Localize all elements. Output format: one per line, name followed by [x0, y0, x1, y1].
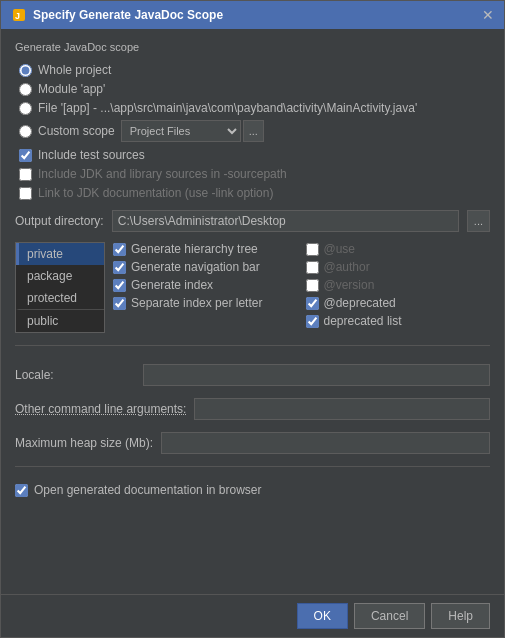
- svg-text:J: J: [15, 11, 20, 21]
- section-label: Generate JavaDoc scope: [15, 41, 490, 53]
- opt-version-checkbox[interactable]: [306, 279, 319, 292]
- title-bar: J Specify Generate JavaDoc Scope ✕: [1, 1, 504, 29]
- locale-label: Locale:: [15, 368, 135, 382]
- cmd-args-label: Other command line arguments:: [15, 402, 186, 416]
- opt-index-checkbox[interactable]: [113, 279, 126, 292]
- opt-author-row: @author: [306, 260, 491, 274]
- opt-use-label[interactable]: @use: [324, 242, 356, 256]
- link-jdk-checkbox[interactable]: [19, 187, 32, 200]
- opt-hierarchy-label[interactable]: Generate hierarchy tree: [131, 242, 258, 256]
- dialog-window: J Specify Generate JavaDoc Scope ✕ Gener…: [0, 0, 505, 638]
- dialog-content: Generate JavaDoc scope Whole project Mod…: [1, 29, 504, 594]
- scope-select[interactable]: Project Files Project Production Files P…: [121, 120, 241, 142]
- link-jdk-label[interactable]: Link to JDK documentation (use -link opt…: [38, 186, 273, 200]
- javadoc-icon: J: [11, 7, 27, 23]
- include-test-row: Include test sources: [19, 148, 490, 162]
- middle-section: private package protected public Generat…: [15, 242, 490, 333]
- locale-input[interactable]: [143, 364, 490, 386]
- link-jdk-row: Link to JDK documentation (use -link opt…: [19, 186, 490, 200]
- output-dir-row: Output directory: ...: [15, 210, 490, 232]
- dialog-title: Specify Generate JavaDoc Scope: [33, 8, 223, 22]
- radio-custom[interactable]: [19, 125, 32, 138]
- opt-author-checkbox[interactable]: [306, 261, 319, 274]
- open-browser-row: Open generated documentation in browser: [15, 483, 490, 497]
- cmd-args-input[interactable]: [194, 398, 490, 420]
- output-dir-browse-button[interactable]: ...: [467, 210, 490, 232]
- scope-item-protected[interactable]: protected: [16, 287, 104, 309]
- opt-sepindex-checkbox[interactable]: [113, 297, 126, 310]
- options-col-right: @use @author @version @deprecated: [306, 242, 491, 333]
- opt-index-row: Generate index: [113, 278, 298, 292]
- opt-hierarchy-checkbox[interactable]: [113, 243, 126, 256]
- locale-row: Locale:: [15, 364, 490, 386]
- open-browser-checkbox[interactable]: [15, 484, 28, 497]
- opt-navbar-row: Generate navigation bar: [113, 260, 298, 274]
- include-jdk-row: Include JDK and library sources in -sour…: [19, 167, 490, 181]
- opt-deplist-row: deprecated list: [306, 314, 491, 328]
- include-jdk-label[interactable]: Include JDK and library sources in -sour…: [38, 167, 287, 181]
- opt-use-checkbox[interactable]: [306, 243, 319, 256]
- radio-custom-row: Custom scope Project Files Project Produ…: [19, 120, 490, 142]
- cancel-button[interactable]: Cancel: [354, 603, 425, 629]
- radio-file-row: File '[app] - ...\app\src\main\java\com\…: [19, 101, 490, 115]
- scope-item-public[interactable]: public: [16, 309, 104, 332]
- opt-version-label[interactable]: @version: [324, 278, 375, 292]
- opt-deprecated-checkbox[interactable]: [306, 297, 319, 310]
- opt-navbar-label[interactable]: Generate navigation bar: [131, 260, 260, 274]
- cmd-args-row: Other command line arguments:: [15, 398, 490, 420]
- opt-author-label[interactable]: @author: [324, 260, 370, 274]
- ok-button[interactable]: OK: [297, 603, 348, 629]
- radio-whole-project-label[interactable]: Whole project: [38, 63, 111, 77]
- opt-deplist-checkbox[interactable]: [306, 315, 319, 328]
- radio-module-row: Module 'app': [19, 82, 490, 96]
- button-bar: OK Cancel Help: [1, 594, 504, 637]
- opt-navbar-checkbox[interactable]: [113, 261, 126, 274]
- scope-browse-button[interactable]: ...: [243, 120, 264, 142]
- scope-list: private package protected public: [15, 242, 105, 333]
- help-button[interactable]: Help: [431, 603, 490, 629]
- radio-module-label[interactable]: Module 'app': [38, 82, 105, 96]
- source-checkbox-group: Include test sources Include JDK and lib…: [19, 148, 490, 200]
- scope-item-private[interactable]: private: [16, 243, 104, 265]
- opt-sepindex-label[interactable]: Separate index per letter: [131, 296, 262, 310]
- opt-deplist-label[interactable]: deprecated list: [324, 314, 402, 328]
- radio-whole-project-row: Whole project: [19, 63, 490, 77]
- scope-select-wrap: Project Files Project Production Files P…: [121, 120, 264, 142]
- opt-version-row: @version: [306, 278, 491, 292]
- divider-1: [15, 345, 490, 346]
- radio-file-label[interactable]: File '[app] - ...\app\src\main\java\com\…: [38, 101, 417, 115]
- scope-item-package[interactable]: package: [16, 265, 104, 287]
- opt-deprecated-label[interactable]: @deprecated: [324, 296, 396, 310]
- close-button[interactable]: ✕: [482, 8, 494, 22]
- include-jdk-checkbox[interactable]: [19, 168, 32, 181]
- scope-radio-group: Whole project Module 'app' File '[app] -…: [19, 63, 490, 142]
- heap-size-input[interactable]: [161, 432, 490, 454]
- heap-size-label: Maximum heap size (Mb):: [15, 436, 153, 450]
- opt-sepindex-row: Separate index per letter: [113, 296, 298, 310]
- include-test-label[interactable]: Include test sources: [38, 148, 145, 162]
- include-test-checkbox[interactable]: [19, 149, 32, 162]
- output-dir-input[interactable]: [112, 210, 459, 232]
- options-panel: Generate hierarchy tree Generate navigat…: [113, 242, 490, 333]
- output-dir-label: Output directory:: [15, 214, 104, 228]
- open-browser-label[interactable]: Open generated documentation in browser: [34, 483, 261, 497]
- opt-use-row: @use: [306, 242, 491, 256]
- title-bar-left: J Specify Generate JavaDoc Scope: [11, 7, 223, 23]
- radio-file[interactable]: [19, 102, 32, 115]
- heap-size-row: Maximum heap size (Mb):: [15, 432, 490, 454]
- radio-module[interactable]: [19, 83, 32, 96]
- options-col-left: Generate hierarchy tree Generate navigat…: [113, 242, 298, 333]
- opt-index-label[interactable]: Generate index: [131, 278, 213, 292]
- opt-deprecated-row: @deprecated: [306, 296, 491, 310]
- radio-whole-project[interactable]: [19, 64, 32, 77]
- opt-hierarchy-row: Generate hierarchy tree: [113, 242, 298, 256]
- radio-custom-label[interactable]: Custom scope: [38, 124, 115, 138]
- divider-2: [15, 466, 490, 467]
